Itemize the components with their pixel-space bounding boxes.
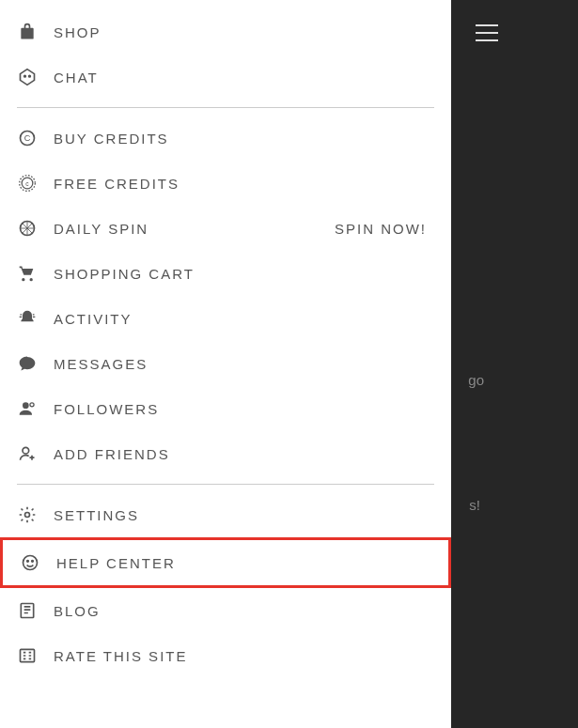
menu-label: DAILY SPIN [54,221,148,237]
menu-label: RATE THIS SITE [54,648,187,664]
dimmed-overlay[interactable]: go s! [451,0,578,728]
sidebar-item-chat[interactable]: CHAT [0,54,451,100]
sidebar-item-shop[interactable]: SHOP [0,9,451,54]
chat-icon [17,67,38,87]
add-friends-icon [17,443,38,464]
svg-point-14 [32,561,34,563]
messages-icon [17,353,38,374]
sidebar-item-help-center[interactable]: HELP CENTER [0,537,451,588]
menu-label: SHOP [54,24,102,40]
help-icon [20,552,40,573]
menu-label: HELP CENTER [56,555,176,571]
sidebar-item-add-friends[interactable]: ADD FRIENDS [0,431,451,476]
svg-point-10 [23,447,29,454]
sidebar-item-buy-credits[interactable]: C BUY CREDITS [0,116,451,161]
menu-label: FREE CREDITS [54,176,180,192]
menu-label: ADD FRIENDS [54,446,170,462]
activity-icon [17,308,38,329]
sidebar-item-blog[interactable]: BLOG [0,588,451,633]
blog-icon [17,600,38,621]
menu-divider [17,484,434,485]
free-credits-icon: c [17,173,38,194]
hamburger-menu-button[interactable] [476,24,498,41]
svg-point-8 [23,402,29,409]
sidebar-menu: SHOP CHAT C BUY CREDITS c FREE CREDITS D… [0,0,451,728]
spin-now-badge: SPIN NOW! [335,221,427,237]
menu-label: BUY CREDITS [54,131,169,147]
menu-label: CHAT [54,70,99,85]
rate-icon [17,645,38,666]
menu-label: FOLLOWERS [54,401,159,417]
background-text-fragment: s! [469,497,480,513]
buy-credits-icon: C [17,128,38,148]
sidebar-item-daily-spin[interactable]: DAILY SPIN SPIN NOW! [0,206,451,251]
menu-label: ACTIVITY [54,311,133,327]
sidebar-item-followers[interactable]: FOLLOWERS [0,386,451,431]
svg-point-12 [23,556,38,570]
sidebar-item-rate-this-site[interactable]: RATE THIS SITE [0,633,451,678]
sidebar-item-settings[interactable]: SETTINGS [0,492,451,537]
settings-icon [17,504,38,525]
shop-icon [17,22,38,42]
background-text-fragment: go [468,372,484,388]
svg-point-11 [25,513,30,518]
menu-divider [17,107,434,108]
sidebar-item-shopping-cart[interactable]: SHOPPING CART [0,251,451,296]
svg-point-0 [24,75,26,77]
svg-text:c: c [25,180,29,187]
menu-label: MESSAGES [54,356,148,372]
daily-spin-icon [17,218,38,239]
menu-label: SETTINGS [54,507,139,523]
svg-point-13 [27,561,29,563]
sidebar-item-activity[interactable]: ACTIVITY [0,296,451,341]
cart-icon [17,263,38,284]
svg-rect-16 [21,649,35,661]
menu-label: BLOG [54,603,101,619]
svg-point-9 [30,403,34,407]
svg-point-1 [29,75,31,77]
sidebar-item-messages[interactable]: MESSAGES [0,341,451,386]
svg-text:C: C [24,133,31,143]
sidebar-item-free-credits[interactable]: c FREE CREDITS [0,161,451,206]
followers-icon [17,398,38,419]
menu-label: SHOPPING CART [54,266,195,282]
